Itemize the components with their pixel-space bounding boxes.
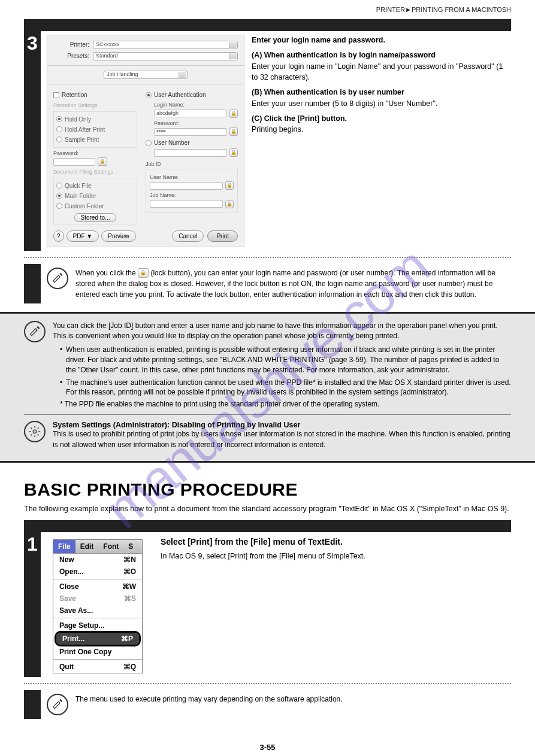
presets-label: Presets:: [53, 51, 89, 60]
filing-settings-label: Document Filing Settings: [53, 168, 137, 177]
user-number-radio[interactable]: [146, 140, 152, 146]
basic-para: The following example explains how to pr…: [24, 503, 511, 514]
menu-font: Font: [98, 540, 123, 553]
hold-after-print-radio[interactable]: [56, 126, 62, 132]
preview-button[interactable]: Preview: [101, 230, 136, 242]
lock-icon[interactable]: 🔒: [225, 200, 234, 208]
menu-item: Save⌘S: [53, 593, 142, 605]
step-a-title: (A) When authentication is by login name…: [252, 50, 511, 61]
lock-icon[interactable]: 🔒: [229, 110, 238, 118]
menu-item[interactable]: Save As...: [53, 605, 142, 617]
lock-icon[interactable]: 🔒: [225, 181, 234, 190]
menu-file[interactable]: File: [53, 540, 75, 553]
step-b-body: Enter your user number (5 to 8 digits) i…: [252, 98, 511, 110]
user-number-input[interactable]: [154, 149, 227, 157]
menu-edit: Edit: [75, 540, 99, 553]
note1-pre: When you click the: [75, 269, 138, 277]
menu-item[interactable]: Print...⌘P: [56, 633, 139, 645]
graynote-bullet1: When user authentication is enabled, pri…: [60, 345, 511, 375]
note2: The menu used to execute printing may va…: [75, 694, 343, 705]
svg-point-0: [33, 430, 37, 434]
printer-select[interactable]: SCxxxxxx: [93, 41, 238, 49]
lock-icon[interactable]: 🔒: [229, 148, 238, 157]
lock-icon: 🔒: [138, 268, 149, 278]
file-menu: File Edit Font S New⌘NOpen...⌘OClose⌘WSa…: [53, 539, 143, 673]
help-button[interactable]: ?: [53, 230, 64, 242]
category-select[interactable]: Job Handling: [104, 71, 188, 79]
header-bar: [24, 19, 511, 31]
print-dialog: Printer: SCxxxxxx Presets: Standard Job …: [47, 35, 244, 247]
login-name-label: Login Name:: [154, 101, 238, 110]
sample-print-radio[interactable]: [56, 136, 62, 142]
menu-item[interactable]: New⌘N: [53, 554, 142, 566]
step1-sub: In Mac OS 9, select [Print] from the [Fi…: [161, 551, 511, 561]
pencil-icon: [47, 694, 68, 715]
retention-settings-label: Retention Settings: [53, 102, 137, 110]
custom-folder-radio[interactable]: [56, 203, 62, 209]
job-name-label: Job Name:: [150, 192, 234, 200]
graynote-bullet2: The machine's user authentication functi…: [60, 378, 511, 398]
pdf-button[interactable]: PDF ▼: [67, 230, 99, 242]
presets-select[interactable]: Standard: [93, 52, 238, 60]
menu-s: S: [123, 540, 138, 553]
user-name-input[interactable]: [150, 182, 223, 190]
login-name-input[interactable]: abcdefgh: [154, 110, 227, 117]
gear-body: This is used to prohibit printing of pri…: [53, 429, 511, 450]
printer-label: Printer:: [53, 40, 89, 49]
step-number-3: 3: [27, 32, 38, 54]
lock-icon[interactable]: 🔒: [98, 157, 107, 166]
menu-item[interactable]: Quit⌘Q: [53, 661, 142, 673]
retention-checkbox[interactable]: [53, 92, 59, 98]
print-button[interactable]: Print: [207, 230, 238, 242]
pencil-icon: [47, 268, 68, 289]
password-input-right[interactable]: •••••: [154, 128, 227, 136]
menu-item[interactable]: Print One Copy: [53, 646, 142, 658]
step-c-body: Printing begins.: [252, 124, 511, 135]
step-c-title: (C) Click the [Print] button.: [252, 113, 511, 125]
hold-only-radio[interactable]: [56, 116, 62, 122]
menu-item[interactable]: Close⌘W: [53, 581, 142, 593]
menu-item[interactable]: Open...⌘O: [53, 566, 142, 578]
gear-icon: [24, 421, 46, 442]
page-footer: 3-55: [24, 743, 511, 752]
cancel-button[interactable]: Cancel: [172, 230, 204, 242]
step-b-title: (B) When authentication is by user numbe…: [252, 87, 511, 98]
password-label-left: Password:: [53, 150, 137, 158]
quick-file-radio[interactable]: [56, 183, 62, 189]
job-id-label: Job ID: [146, 160, 238, 169]
basic-heading: BASIC PRINTING PROCEDURE: [24, 479, 511, 500]
page-header: PRINTER►PRINTING FROM A MACINTOSH: [24, 6, 511, 13]
main-folder-radio[interactable]: [56, 193, 62, 199]
graynote-footnote: * The PPD file enables the machine to pr…: [60, 400, 511, 408]
step-intro: Enter your login name and password.: [252, 35, 511, 46]
pencil-icon: [24, 321, 46, 342]
graynote-line1: You can click the [Job ID] button and en…: [53, 321, 511, 342]
stored-to-button[interactable]: Stored to...: [74, 213, 117, 222]
user-auth-radio[interactable]: [146, 92, 152, 98]
menu-item[interactable]: Page Setup...: [53, 620, 142, 631]
retention-label: Retention: [62, 90, 87, 99]
lock-icon[interactable]: 🔒: [229, 127, 238, 136]
step1-title: Select [Print] from the [File] menu of T…: [161, 536, 511, 548]
step-number-1: 1: [27, 533, 38, 555]
password-input-left[interactable]: [53, 158, 95, 166]
user-name-label: User Name:: [150, 174, 234, 182]
job-name-input[interactable]: [150, 200, 223, 208]
step-a-body: Enter your login name in "Login Name" an…: [252, 61, 511, 84]
gear-title: System Settings (Administrator): Disabli…: [53, 421, 511, 429]
password-label-right: Password:: [154, 120, 238, 128]
